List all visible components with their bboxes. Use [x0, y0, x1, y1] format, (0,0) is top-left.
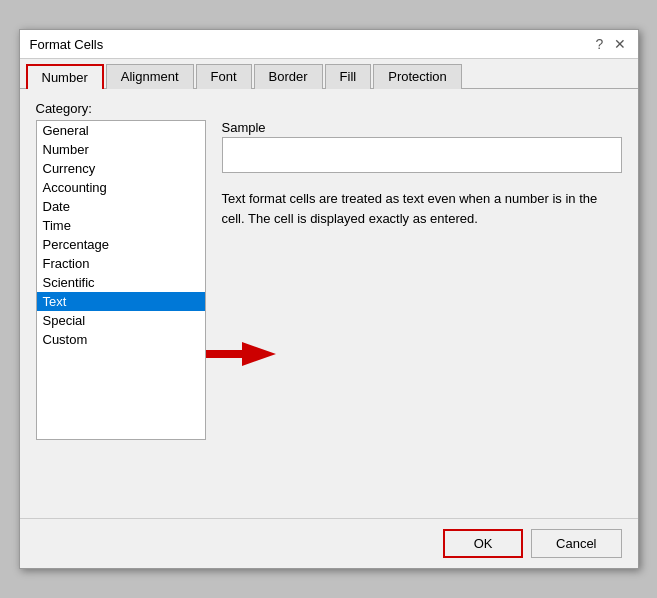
svg-marker-0: [206, 342, 276, 366]
bottom-bar: OK Cancel: [20, 518, 638, 568]
list-item[interactable]: Currency: [37, 159, 205, 178]
close-button[interactable]: ✕: [612, 36, 628, 52]
tab-alignment[interactable]: Alignment: [106, 64, 194, 89]
category-label: Category:: [36, 101, 622, 116]
tab-fill[interactable]: Fill: [325, 64, 372, 89]
ok-button[interactable]: OK: [443, 529, 523, 558]
sample-section: Sample: [222, 120, 622, 173]
arrow-icon: [206, 338, 276, 370]
format-cells-dialog: Format Cells ? ✕ Number Alignment Font B…: [19, 29, 639, 569]
tab-number[interactable]: Number: [26, 64, 104, 89]
main-area: General Number Currency Accounting Date …: [36, 120, 622, 440]
list-item[interactable]: Time: [37, 216, 205, 235]
title-controls: ? ✕: [592, 36, 628, 52]
description-text: Text format cells are treated as text ev…: [222, 189, 622, 228]
list-item[interactable]: Fraction: [37, 254, 205, 273]
tab-border[interactable]: Border: [254, 64, 323, 89]
tab-font[interactable]: Font: [196, 64, 252, 89]
category-list[interactable]: General Number Currency Accounting Date …: [36, 120, 206, 440]
dialog-title: Format Cells: [30, 37, 104, 52]
list-item[interactable]: Custom: [37, 330, 205, 349]
list-item[interactable]: Special: [37, 311, 205, 330]
list-item[interactable]: General: [37, 121, 205, 140]
sample-label: Sample: [222, 120, 622, 135]
tab-bar: Number Alignment Font Border Fill Protec…: [20, 59, 638, 89]
list-item[interactable]: Percentage: [37, 235, 205, 254]
list-item-text[interactable]: Text: [37, 292, 205, 311]
red-arrow-indicator: [206, 338, 276, 370]
list-item[interactable]: Number: [37, 140, 205, 159]
help-button[interactable]: ?: [592, 36, 608, 52]
sample-box: [222, 137, 622, 173]
tab-protection[interactable]: Protection: [373, 64, 462, 89]
cancel-button[interactable]: Cancel: [531, 529, 621, 558]
list-item[interactable]: Accounting: [37, 178, 205, 197]
right-panel: Sample Text format cells are treated as …: [222, 120, 622, 440]
list-item[interactable]: Scientific: [37, 273, 205, 292]
list-item[interactable]: Date: [37, 197, 205, 216]
title-bar: Format Cells ? ✕: [20, 30, 638, 59]
tab-content: Category: General Number Currency Accoun…: [20, 89, 638, 518]
